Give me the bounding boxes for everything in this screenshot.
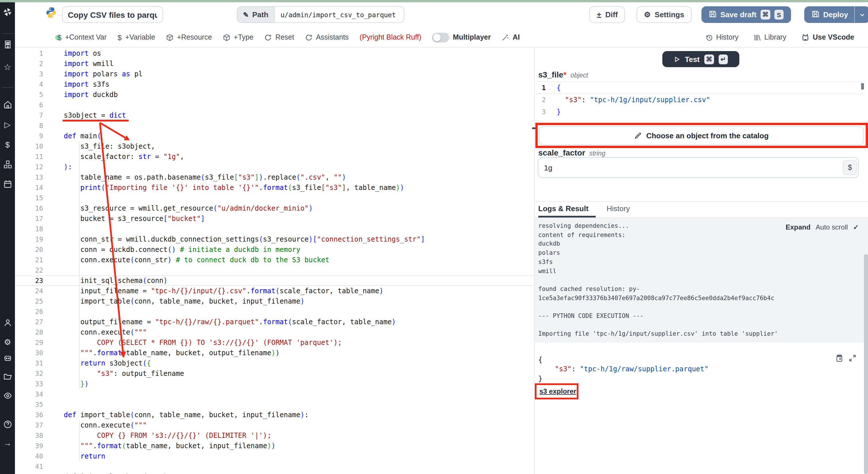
code-line[interactable]: 15 — [15, 193, 534, 203]
code-line[interactable]: 6 — [15, 100, 534, 110]
windmill-logo-icon[interactable] — [3, 7, 12, 16]
s3-explorer-link[interactable]: s3 explorer — [539, 387, 576, 395]
save-draft-button[interactable]: Save draft ⌘ S — [702, 6, 791, 23]
json-editor-scrollbar[interactable] — [861, 83, 864, 90]
sidebar-item-workspace[interactable] — [3, 40, 12, 49]
script-title-input[interactable] — [62, 6, 163, 23]
code-line[interactable]: 29 COPY (SELECT * FROM {}) TO 's3://{}/{… — [15, 337, 534, 348]
code-line[interactable]: 24 input_filename = "tpc-h/{}/input/{}.c… — [15, 286, 534, 296]
code-line[interactable]: 19 conn_str = wmill.duckdb_connection_se… — [15, 234, 534, 244]
code-line[interactable]: 2import wmill — [15, 59, 534, 69]
code-line[interactable]: 4import s3fs — [15, 79, 534, 90]
add-type-button[interactable]: +Type — [223, 33, 254, 41]
tab-history[interactable]: History — [607, 204, 630, 213]
code-line[interactable]: 27 output_filename = "tpc-h/{}/raw/{}.pa… — [15, 317, 534, 327]
expand-result-icon[interactable] — [848, 354, 857, 364]
refresh-icon — [305, 34, 312, 41]
add-variable-button[interactable]: $+Variable — [118, 33, 155, 42]
code-line[interactable]: 31 return s3object({ — [15, 358, 534, 368]
code-line[interactable]: 5import duckdb — [15, 90, 534, 100]
code-line[interactable]: 33 }) — [15, 379, 534, 389]
variable-picker-button[interactable]: $ — [843, 160, 857, 175]
s3-file-json-editor[interactable]: 1{2 "s3": "tpc-h/1g/input/supplier.csv"3… — [535, 81, 865, 123]
chevron-down-icon[interactable] — [859, 11, 866, 18]
code-line[interactable]: 11 scale_factor: str = "1g", — [15, 151, 534, 162]
choose-object-button[interactable]: Choose an object from the catalog — [539, 126, 864, 145]
tab-logs-result[interactable]: Logs & Result — [538, 204, 589, 213]
copy-result-icon[interactable] — [836, 354, 844, 364]
code-line[interactable]: 26 — [15, 306, 534, 317]
code-line[interactable]: 14 print("Importing file '{}' into table… — [15, 182, 534, 193]
editor-toolbar: $+Context Var $+Variable +Resource +Type… — [15, 28, 868, 47]
add-context-var-button[interactable]: $+Context Var — [57, 33, 106, 42]
code-line[interactable]: 20 conn = duckdb.connect() # initiate a … — [15, 244, 534, 255]
code-line[interactable]: 25 import_table(conn, table_name, bucket… — [15, 296, 534, 306]
code-line[interactable]: 32 "s3": output_filename — [15, 368, 534, 379]
code-line[interactable]: 10 s3_file: s3object, — [15, 141, 534, 151]
autoscroll-label[interactable]: Auto scroll — [816, 223, 848, 231]
code-line[interactable]: 35 — [15, 399, 534, 410]
code-line[interactable]: 39 """.format(table_name, bucket, input_… — [15, 441, 534, 451]
code-line[interactable]: 41 — [15, 461, 534, 472]
code-editor[interactable]: 1import os2import wmill3import polars as… — [15, 47, 534, 474]
code-line[interactable]: 23 init_sql_schema(conn) — [15, 275, 534, 286]
sidebar-item-home[interactable] — [3, 100, 12, 109]
sidebar-item-audit-logs[interactable] — [3, 391, 12, 400]
code-line[interactable]: 28 conn.execute(""" — [15, 327, 534, 337]
code-line[interactable]: 22 — [15, 265, 534, 275]
code-line[interactable]: 12): — [15, 162, 534, 172]
windmill-script-editor: ☆ ▷ $ ⚙ → ✎Pat — [0, 0, 868, 474]
library-icon — [753, 34, 761, 41]
deploy-button[interactable]: Deploy — [804, 6, 868, 23]
add-resource-button[interactable]: +Resource — [166, 33, 212, 41]
library-button[interactable]: Library — [753, 33, 786, 41]
json-line[interactable]: 3} — [535, 106, 865, 118]
reset-button[interactable]: Reset — [265, 33, 294, 41]
code-line[interactable]: 17 bucket = s3_resource["bucket"] — [15, 213, 534, 224]
sidebar-collapse-icon[interactable]: → — [3, 438, 12, 448]
sidebar-item-favorites[interactable]: ☆ — [3, 63, 12, 72]
code-line[interactable]: 30 """.format(table_name, bucket, output… — [15, 348, 534, 358]
vscode-button[interactable]: Use VScode — [801, 33, 854, 41]
diff-button[interactable]: ±Diff — [589, 6, 625, 23]
code-line[interactable]: 8 — [15, 121, 534, 131]
sidebar-item-workers[interactable] — [3, 353, 12, 362]
assistants-button[interactable]: Assistants — [305, 33, 349, 41]
json-line[interactable]: 1{ — [535, 82, 865, 94]
code-line[interactable]: 21 conn.execute(conn_str) # to connect d… — [15, 255, 534, 265]
test-button[interactable]: Test ⌘ ↵ — [662, 51, 739, 67]
code-line[interactable]: 38 COPY {} FROM 's3://{}/{}' (DELIMITER … — [15, 430, 534, 441]
code-line[interactable]: 1import os — [15, 48, 534, 59]
sidebar-item-runs[interactable]: ▷ — [3, 120, 12, 129]
sidebar-item-folders[interactable] — [3, 372, 12, 381]
sidebar-item-schedules[interactable] — [3, 179, 12, 188]
code-line[interactable]: 13 table_name = os.path.basename(s3_file… — [15, 172, 534, 182]
json-line[interactable]: 2 "s3": "tpc-h/1g/input/supplier.csv" — [535, 94, 865, 106]
code-line[interactable]: 40 return — [15, 451, 534, 461]
ai-button[interactable]: AI — [502, 33, 520, 41]
code-line[interactable]: 36def import_table(conn, table_name, buc… — [15, 410, 534, 420]
assistants-status[interactable]: (Pyright Black Ruff) — [360, 33, 421, 41]
sidebar-item-resources[interactable] — [3, 160, 12, 169]
line-number: 23 — [15, 275, 43, 286]
code-line[interactable]: 7s3object = dict — [15, 110, 534, 121]
code-line[interactable]: 3import polars as pl — [15, 69, 534, 79]
code-line[interactable]: 9def main( — [15, 131, 534, 141]
history-button[interactable]: History — [705, 33, 739, 41]
sidebar-item-settings[interactable]: ⚙ — [3, 337, 12, 347]
multiplayer-toggle[interactable] — [432, 32, 450, 42]
scale-factor-input[interactable] — [538, 157, 859, 178]
code-line[interactable]: 37 conn.execute(""" — [15, 420, 534, 430]
panel-scrollbar[interactable] — [864, 254, 868, 474]
code-line[interactable]: 34 — [15, 389, 534, 399]
expand-logs-button[interactable]: Expand — [785, 223, 811, 231]
required-star: * — [563, 70, 566, 79]
sidebar-item-users[interactable] — [3, 318, 12, 327]
path-field[interactable]: ✎Path u/admin/import_csv_to_parquet — [237, 6, 404, 23]
settings-button[interactable]: ⚙Settings — [637, 6, 692, 23]
sidebar-item-help[interactable] — [3, 419, 12, 429]
code-line[interactable]: 42def init_sql_schema(conn): — [15, 472, 534, 474]
code-line[interactable]: 18 — [15, 224, 534, 234]
code-line[interactable]: 16 s3_resource = wmill.get_resource("u/a… — [15, 203, 534, 213]
sidebar-item-variables[interactable]: $ — [3, 140, 12, 149]
